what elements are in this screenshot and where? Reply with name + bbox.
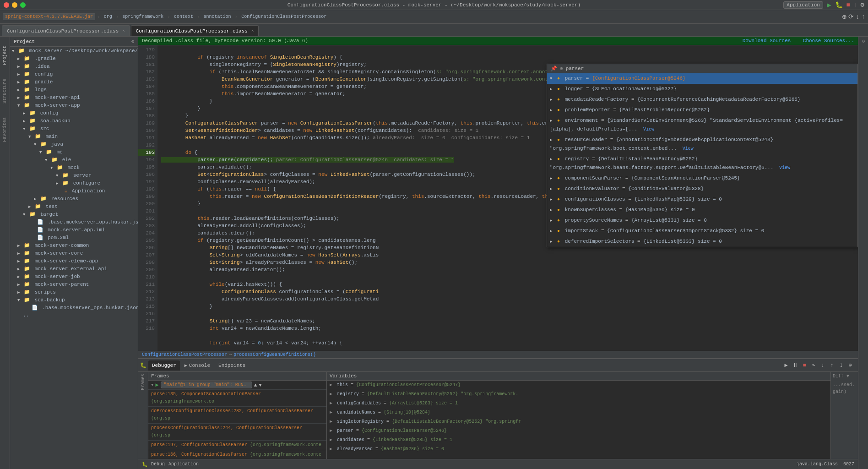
- spring-jar-tab[interactable]: spring-context-4.3.7.RELEASE.jar: [3, 13, 95, 20]
- configclass-tab[interactable]: ConfigurationClassPostProcessor: [239, 14, 328, 20]
- tree-root[interactable]: 📁 mock-server ~/Desktop/work/wokspace/st…: [10, 47, 138, 55]
- tooltip-settings-icon[interactable]: ⚙: [560, 65, 563, 71]
- tab-close-2[interactable]: ×: [251, 29, 254, 33]
- tree-application[interactable]: ☕ Application: [10, 187, 138, 195]
- thread-selector[interactable]: "main"@1 in group "main": RUNNING: [161, 382, 252, 388]
- pause-btn[interactable]: ⏸: [791, 361, 799, 370]
- org-tab[interactable]: org: [102, 14, 114, 20]
- var-registry[interactable]: ▶ registry = {DefaultListableBeanFactory…: [327, 390, 830, 399]
- tab-endpoints[interactable]: Endpoints: [215, 360, 249, 371]
- tree-external[interactable]: 📁 mock-server-external-api: [10, 265, 138, 273]
- tooltip-pin-icon[interactable]: 📌: [551, 65, 557, 71]
- tooltip-row-importStack[interactable]: ▶ ● importStack = {ConfigurationClassPar…: [547, 226, 857, 236]
- frame-item-4[interactable]: parse:197, ConfigurationClassParser (org…: [148, 441, 326, 450]
- context-tab[interactable]: context: [172, 14, 195, 20]
- maximize-button[interactable]: [20, 2, 26, 8]
- tab-configclass2[interactable]: ConfigurationClassPostProcessor.class ×: [131, 25, 259, 36]
- vtab-project[interactable]: Project: [2, 46, 7, 65]
- tree-iml[interactable]: 📄 mock-server-app.iml: [10, 226, 138, 234]
- tree-huskar[interactable]: 📄 .base.mockserver_ops.huskar.json: [10, 218, 138, 226]
- run-cursor-btn[interactable]: ⤵: [837, 361, 845, 370]
- tree-pom[interactable]: 📄 pom.xml: [10, 234, 138, 241]
- stop-debug-btn[interactable]: ■: [800, 361, 808, 370]
- tooltip-row-logger[interactable]: ▶ ● logger = {SLF4JLocationAwareLog@5327…: [547, 84, 857, 94]
- tree-ele[interactable]: 📁 ele: [10, 156, 138, 164]
- tree-app[interactable]: 📁 mock-server-app: [10, 101, 138, 109]
- res-view-link[interactable]: View: [683, 146, 694, 151]
- thread-down-btn[interactable]: ▼: [259, 382, 262, 388]
- download-sources-link[interactable]: Download Sources: [743, 38, 791, 44]
- tooltip-row-problemReporter[interactable]: ▶ ● problemReporter = {FailFastProblemRe…: [547, 105, 857, 115]
- tooltip-row-configClasses[interactable]: ▶ ● configurationClasses = {LinkedHashMa…: [547, 194, 857, 205]
- step-over-btn[interactable]: ↷: [809, 361, 818, 370]
- step-into-btn[interactable]: ↓: [819, 361, 827, 370]
- var-parser[interactable]: ▶ parser = {ConfigurationClassParser@524…: [327, 426, 830, 436]
- tree-logs[interactable]: 📁 logs: [10, 86, 138, 93]
- reg-view-link[interactable]: View: [779, 165, 790, 170]
- eval-btn[interactable]: ⊕: [846, 361, 854, 370]
- tools-btn[interactable]: ⚙: [861, 1, 864, 9]
- tree-me[interactable]: 📁 me: [10, 148, 138, 156]
- tab-debugger[interactable]: Debugger: [148, 360, 180, 371]
- thread-expand[interactable]: ▼: [151, 383, 153, 387]
- choose-sources-link[interactable]: Choose Sources...: [803, 38, 854, 44]
- close-button[interactable]: [4, 2, 9, 8]
- tree-eleme[interactable]: 📁 mock-server-eleme-app: [10, 257, 138, 265]
- tooltip-row-knownSuper[interactable]: ▶ ● knownSuperclasses = {HashMap@5330} s…: [547, 205, 857, 215]
- tree-job[interactable]: 📁 mock-server-job: [10, 273, 138, 280]
- frame-item-3[interactable]: processConfigurationClass:244, Configura…: [148, 424, 326, 441]
- toolbar-btn2[interactable]: ⟳: [848, 13, 854, 21]
- debug-vtab1[interactable]: Frames: [141, 374, 146, 390]
- tree-gradle2[interactable]: 📁 gradle: [10, 78, 138, 86]
- tooltip-row-componentScanParser[interactable]: ▶ ● componentScanParser = {ComponentScan…: [547, 173, 857, 184]
- var-this[interactable]: ▶ this = {ConfigurationClassPostProcesso…: [327, 381, 830, 390]
- tooltip-row-deferred[interactable]: ▶ ● deferredImportSelectors = {LinkedLis…: [547, 236, 857, 247]
- tooltip-row-conditionEval[interactable]: ▶ ● conditionEvaluator = {ConditionEvalu…: [547, 184, 857, 194]
- var-candidateNames[interactable]: ▶ candidateNames = {String[10]@5284}: [327, 408, 830, 417]
- tree-core[interactable]: 📁 mock-server-core: [10, 249, 138, 257]
- run-btn[interactable]: ▶: [827, 0, 831, 10]
- tree-main[interactable]: 📁 main: [10, 132, 138, 140]
- toolbar-btn1[interactable]: ⊕: [842, 12, 847, 22]
- tab-close-1[interactable]: ×: [122, 29, 125, 33]
- tooltip-row-propNames[interactable]: ▶ ● propertySourceNames = {ArrayList@533…: [547, 215, 857, 226]
- tooltip-row-environment[interactable]: ▶ ● environment = {StandardServletEnviro…: [547, 115, 857, 135]
- var-alreadyParsed[interactable]: ▶ alreadyParsed = {HashSet@5286} size = …: [327, 445, 830, 454]
- tree-parent[interactable]: 📁 mock-server-parent: [10, 280, 138, 288]
- env-view-link[interactable]: View: [643, 127, 654, 132]
- tab-console[interactable]: ▶ Console: [181, 360, 214, 371]
- tree-app-soa[interactable]: 📁 soa-backup: [10, 117, 138, 125]
- stop-btn[interactable]: ■: [846, 1, 850, 9]
- sidebar-settings-icon[interactable]: ⚙: [131, 38, 134, 44]
- tree-configure[interactable]: 📁 configure: [10, 179, 138, 187]
- frame-item-2[interactable]: doProcessConfigurationClasses:282, Confi…: [148, 407, 326, 424]
- debug-btn[interactable]: 🐛: [835, 1, 843, 9]
- tab-configclass1[interactable]: ConfigurationClassPostProcessor.class ×: [2, 25, 130, 36]
- annotation-tab[interactable]: annotation: [202, 14, 233, 20]
- tree-dotdot[interactable]: ..: [10, 311, 138, 319]
- tree-api[interactable]: 📁 mock-server-api: [10, 93, 138, 101]
- toolbar-btn3[interactable]: ↓: [856, 13, 859, 21]
- vtab-structure[interactable]: Structure: [2, 79, 7, 104]
- tree-mock[interactable]: 📁 mock: [10, 164, 138, 171]
- tooltip-row-parser[interactable]: ▼ ● parser = {ConfigurationClassParser@5…: [547, 73, 857, 84]
- frame-item-5[interactable]: parse:166, ConfigurationClassParser (org…: [148, 450, 326, 459]
- tooltip-row-registry[interactable]: ▶ ● registry = {DefaultListableBeanFacto…: [547, 154, 857, 173]
- tree-test[interactable]: 📁 test: [10, 202, 138, 210]
- tree-gradle[interactable]: 📁 .gradle: [10, 55, 138, 62]
- var-configCandidates[interactable]: ▶ configCandidates = {ArrayList@5283} si…: [327, 399, 830, 408]
- springframework-tab[interactable]: springframework: [120, 14, 165, 20]
- tooltip-row-resourceLoader[interactable]: ▶ ● resourceLoader = {AnnotationConfigEm…: [547, 135, 857, 154]
- resume-btn[interactable]: ▶: [782, 361, 790, 370]
- vtab-favorites[interactable]: Favorites: [2, 117, 7, 142]
- step-out-btn[interactable]: ↑: [828, 361, 836, 370]
- tree-soa[interactable]: 📁 soa-backup: [10, 296, 138, 304]
- tooltip-row-metadataReaderfactory[interactable]: ▶ ● metadataReaderFactory = {ConcurrentR…: [547, 94, 857, 105]
- tree-src[interactable]: 📁 src: [10, 125, 138, 132]
- tree-scripts[interactable]: 📁 scripts: [10, 288, 138, 296]
- breadcrumb-method[interactable]: processConfigBeanDefinitions(): [233, 352, 316, 357]
- var-candidates[interactable]: ▶ candidates = {LinkedHashSet@5285} size…: [327, 436, 830, 445]
- tree-config[interactable]: 📁 config: [10, 70, 138, 78]
- minimize-button[interactable]: [12, 2, 17, 8]
- tree-target[interactable]: 📁 target: [10, 210, 138, 218]
